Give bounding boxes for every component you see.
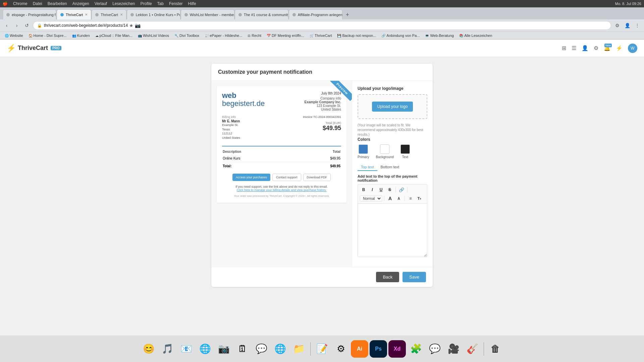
settings-icon[interactable]: ⚙ bbox=[594, 45, 598, 51]
tab-close-active-icon[interactable]: ✕ bbox=[85, 13, 88, 16]
tab-thrivecart-active[interactable]: ThriveCart ✕ bbox=[57, 9, 91, 19]
text-editor-area[interactable] bbox=[358, 203, 427, 257]
bookmark-backup[interactable]: 💾 Backup not respon... bbox=[335, 33, 378, 38]
dock-photoshop[interactable]: Ps bbox=[370, 340, 387, 358]
tab-affiliate[interactable]: Affiliate-Programm anlegen ✕ bbox=[289, 9, 342, 19]
menu-lesezeichen[interactable]: Lesezeichen bbox=[112, 1, 135, 6]
thrivecart-logo[interactable]: ⚡ ThriveCart PRO bbox=[7, 44, 61, 53]
bookmark-thrivecart[interactable]: 🛒 ThriveCart bbox=[308, 33, 334, 38]
dock-notes[interactable]: 📝 bbox=[313, 340, 331, 358]
text-color-swatch[interactable] bbox=[400, 144, 410, 154]
menu-bearbeiten[interactable]: Bearbeiten bbox=[48, 1, 67, 6]
bookmark-divi[interactable]: 🔧 Divi Toolbox bbox=[172, 33, 201, 38]
dock-files[interactable]: 📁 bbox=[290, 340, 308, 358]
format-select[interactable]: Normal bbox=[360, 195, 382, 201]
upload-logo-button[interactable]: Upload your logo bbox=[372, 102, 413, 112]
menu-datei[interactable]: Datei bbox=[33, 1, 42, 6]
forward-button[interactable]: › bbox=[13, 21, 21, 29]
tab-thrivecart-2[interactable]: ThriveCart ✕ bbox=[92, 9, 126, 19]
tab-bottom-text[interactable]: Bottom text bbox=[377, 164, 403, 171]
menu-anzeigen[interactable]: Anzeigen bbox=[72, 1, 89, 6]
tab-wishlist[interactable]: WishList Member - member... ✕ bbox=[181, 9, 234, 19]
dock-trash[interactable]: 🗑 bbox=[487, 340, 504, 358]
tab-elopage[interactable]: elopage - Preisgestaltung f... ✕ bbox=[3, 9, 56, 19]
back-button[interactable]: ‹ bbox=[3, 21, 11, 29]
link-button[interactable]: 🔗 bbox=[398, 186, 405, 193]
list-view-icon[interactable]: ☰ bbox=[572, 45, 576, 51]
dock-settings[interactable]: ⚙ bbox=[332, 340, 350, 358]
billing-label: Billing info bbox=[222, 115, 240, 119]
bookmark-all[interactable]: 📚 Alle Lesezeichen bbox=[457, 33, 494, 38]
dock-illustrator[interactable]: Ai bbox=[351, 340, 368, 358]
address-bar[interactable]: 🔒 thrivecart.com/web-begeistert.de/#/pro… bbox=[33, 21, 611, 30]
billing-manage-link[interactable]: Click here to manage your billing detail… bbox=[237, 188, 326, 192]
dock-mail[interactable]: 📧 bbox=[177, 340, 195, 358]
dock-music[interactable]: 🎵 bbox=[159, 340, 176, 358]
bookmark-pcloud[interactable]: ☁ pCloud :: File Man... bbox=[93, 33, 135, 38]
tab-close-2-icon[interactable]: ✕ bbox=[120, 13, 123, 16]
dock-apps[interactable]: 🧩 bbox=[407, 340, 425, 358]
dock-calendar[interactable]: 🗓 bbox=[234, 340, 251, 358]
dock-safari[interactable]: 🌐 bbox=[196, 340, 214, 358]
align-button[interactable]: ≡ bbox=[407, 195, 414, 202]
dock-chrome[interactable]: 🌐 bbox=[271, 340, 289, 358]
dock-spotify[interactable]: 🎸 bbox=[464, 340, 481, 358]
back-button[interactable]: Back bbox=[376, 272, 399, 282]
menu-tab[interactable]: Tab bbox=[157, 1, 164, 6]
font-size-up-button[interactable]: A bbox=[386, 195, 394, 202]
reload-button[interactable]: ↺ bbox=[23, 21, 31, 29]
lock-icon: 🔒 bbox=[37, 23, 42, 28]
tab-top-text[interactable]: Top text bbox=[358, 164, 377, 171]
bookmark-webberatung[interactable]: 💻 Web-Beratung bbox=[423, 33, 456, 38]
extensions-button[interactable]: ⚙ bbox=[613, 21, 621, 29]
new-tab-button[interactable]: + bbox=[343, 10, 352, 19]
tab-course[interactable]: The #1 course & community... ✕ bbox=[235, 9, 288, 19]
grid-view-icon[interactable]: ⊞ bbox=[562, 45, 566, 51]
lightning-icon[interactable]: ⚡ bbox=[616, 45, 623, 51]
bookmark-kunden-label: Kunden bbox=[77, 34, 90, 38]
bookmark-epaper[interactable]: 📰 ePaper - Hildeshe... bbox=[203, 33, 244, 38]
dock-slack[interactable]: 💬 bbox=[426, 340, 443, 358]
menu-hilfe[interactable]: Hilfe bbox=[188, 1, 196, 6]
download-pdf-button[interactable]: Download PDF bbox=[303, 174, 331, 181]
italic-button[interactable]: I bbox=[369, 186, 376, 193]
primary-color-swatch[interactable] bbox=[359, 144, 368, 154]
bookmark-kunden[interactable]: 👥 Kunden bbox=[70, 33, 92, 38]
dock-xd[interactable]: Xd bbox=[388, 340, 406, 358]
bookmark-anbindung[interactable]: 🔗 Anbindung von Pa... bbox=[379, 33, 422, 38]
save-button[interactable]: Save bbox=[402, 272, 426, 282]
menu-fenster[interactable]: Fenster bbox=[169, 1, 183, 6]
underline-button[interactable]: U bbox=[377, 186, 385, 193]
dock-photos[interactable]: 📷 bbox=[215, 340, 232, 358]
superscript-button[interactable]: Tx bbox=[416, 195, 423, 202]
bookmark-wishlist[interactable]: 📺 WishList Videos bbox=[136, 33, 171, 38]
upload-hint: (Your image will be scaled to fit. We re… bbox=[358, 123, 427, 137]
background-color-swatch[interactable] bbox=[380, 144, 389, 154]
controls-panel: Upload your logo/image Upload your logo … bbox=[352, 81, 433, 267]
tab-lektion[interactable]: Lektion 1 • Online Kurs • Po... ✕ bbox=[127, 9, 180, 19]
bookmark-website[interactable]: 🌐 Website bbox=[3, 33, 25, 38]
dock-messages[interactable]: 💬 bbox=[253, 340, 270, 358]
menu-profile[interactable]: Profile bbox=[141, 1, 152, 6]
bookmark-recht[interactable]: ⚖ Recht bbox=[246, 33, 263, 38]
profile-button[interactable]: 👤 bbox=[623, 21, 631, 29]
bold-button[interactable]: B bbox=[360, 186, 367, 193]
dock-zoom[interactable]: 🎥 bbox=[445, 340, 462, 358]
apple-menu[interactable]: 🍎 bbox=[3, 1, 8, 6]
menu-button[interactable]: ⋮ bbox=[633, 21, 641, 29]
bookmark-all-label: Alle Lesezeichen bbox=[464, 34, 492, 38]
font-size-down-button[interactable]: A bbox=[395, 195, 402, 202]
contact-support-button[interactable]: Contact support bbox=[272, 174, 301, 181]
app-name[interactable]: Chrome bbox=[13, 1, 28, 6]
bookmark-df[interactable]: 📅 DF Meeting eröffn... bbox=[265, 33, 306, 38]
screenshot-icon[interactable]: 📷 bbox=[135, 23, 141, 28]
bookmark-star-icon[interactable]: ★ bbox=[129, 23, 133, 28]
dock-finder[interactable]: 😊 bbox=[140, 340, 157, 358]
user-avatar[interactable]: W bbox=[628, 44, 637, 53]
bookmark-home[interactable]: 🏠 Home - Divi Supre... bbox=[26, 33, 69, 38]
access-purchases-button[interactable]: Access your purchases bbox=[232, 174, 270, 181]
strikethrough-button[interactable]: S bbox=[386, 186, 393, 193]
notifications-icon[interactable]: 🔔 New bbox=[604, 45, 610, 51]
menu-verlauf[interactable]: Verlauf bbox=[95, 1, 107, 6]
user-icon[interactable]: 👤 bbox=[582, 45, 588, 51]
